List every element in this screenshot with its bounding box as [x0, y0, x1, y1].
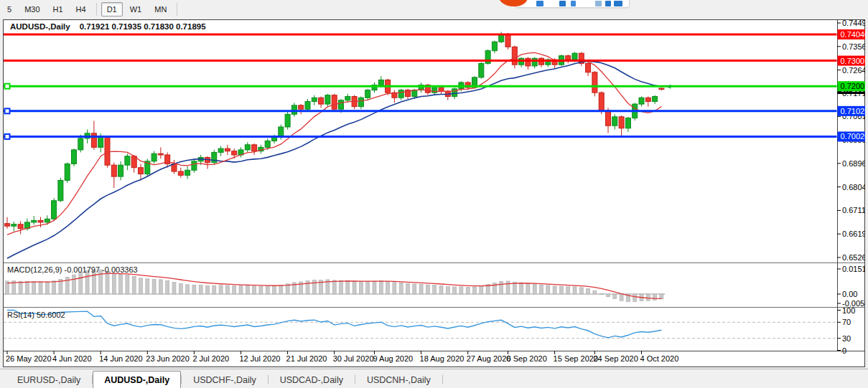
candle-body	[339, 100, 344, 109]
macd-histogram-bar	[353, 281, 356, 294]
candle-body	[52, 201, 57, 219]
macd-histogram-bar	[253, 286, 256, 294]
candle-body	[5, 224, 10, 227]
chart-tab-audusd[interactable]: AUDUSD-,Daily	[93, 371, 181, 388]
candle-body	[18, 224, 23, 229]
support-resistance-lines	[4, 34, 837, 139]
axis-tick-label: 0.68965	[842, 159, 865, 168]
macd-histogram-bar	[653, 294, 657, 300]
ohlc-info: AUDUSD-,Daily 0.71921 0.71935 0.71830 0.…	[10, 22, 206, 31]
date-label: 2 Jul 2020	[192, 354, 229, 363]
broker-logo-glyph	[559, 1, 566, 6]
macd-histogram-bar	[266, 286, 269, 294]
timeframe-button-d1[interactable]: D1	[101, 2, 123, 16]
timeframe-button-w1[interactable]: W1	[124, 2, 148, 16]
macd-histogram-bar	[126, 275, 129, 294]
candle-body	[245, 145, 250, 150]
timeframe-button-mn[interactable]: MN	[149, 2, 172, 16]
timeframe-button-h1[interactable]: H1	[47, 2, 69, 16]
axis-tick-label: 0.015142	[842, 265, 865, 273]
macd-histogram-bar	[573, 287, 577, 294]
macd-histogram-bar	[219, 285, 223, 294]
macd-histogram-bar	[139, 278, 143, 294]
line-anchor-marker[interactable]	[5, 84, 10, 89]
macd-histogram-bar	[579, 288, 583, 294]
candle-body	[185, 170, 190, 175]
macd-histogram-bar	[179, 283, 182, 294]
chart-tab-usdcnh[interactable]: USDCNH-,Daily	[355, 371, 442, 388]
chart-window[interactable]: AUDUSD-,Daily 0.71921 0.71935 0.71830 0.…	[3, 19, 865, 367]
candle-body	[98, 137, 103, 147]
candles	[5, 32, 664, 234]
candle-body	[332, 95, 337, 109]
candle-body	[505, 34, 510, 47]
macd-histogram-bar	[32, 281, 36, 294]
chart-tab-usdchf[interactable]: USDCHF-,Daily	[182, 371, 268, 388]
chart-tab-eurusd[interactable]: EURUSD-,Daily	[6, 371, 92, 388]
candle-body	[72, 150, 77, 164]
timeframe-button-5[interactable]: 5	[1, 2, 17, 16]
macd-histogram-bar	[85, 270, 89, 294]
broker-logo-glyph	[571, 1, 576, 6]
candle-body	[606, 110, 611, 126]
candle-body	[452, 89, 457, 97]
line-anchor-marker[interactable]	[5, 134, 10, 139]
date-label: 23 Jun 2020	[146, 354, 190, 363]
rsi-label: RSI(14) 50.6002	[7, 311, 65, 319]
candle-body	[645, 98, 650, 101]
macd-histogram-bar	[473, 287, 477, 294]
macd-histogram-bar	[373, 281, 376, 294]
price-badge-value: 0.74040	[841, 30, 866, 39]
timeframe-button-m30[interactable]: M30	[19, 2, 45, 16]
candle-body	[479, 63, 484, 77]
timeframe-button-h4[interactable]: H4	[70, 2, 92, 16]
macd-histogram-bar	[540, 285, 543, 294]
date-label: 6 Sep 2020	[507, 354, 547, 363]
axis-tick-label: 100	[842, 306, 855, 315]
macd-histogram-bar	[19, 281, 22, 294]
macd-histogram-bar	[152, 279, 156, 294]
date-label: 18 Aug 2020	[420, 354, 465, 363]
candle-body	[319, 98, 324, 104]
macd-histogram-bar	[433, 285, 437, 294]
candle-body	[653, 96, 658, 101]
candle-body	[218, 148, 223, 152]
macd-histogram-bar	[159, 280, 162, 294]
timeframe-toolbar: 5M30H1H4D1W1MN	[0, 0, 868, 19]
macd-histogram-bar	[199, 285, 202, 294]
macd-histogram-bar	[419, 284, 423, 294]
macd-histogram-bar	[453, 287, 457, 294]
macd-histogram-bar	[480, 286, 483, 294]
macd-label: MACD(12,26,9) -0.001797 -0.003363	[7, 265, 138, 274]
candle-body	[592, 72, 597, 93]
axis-tick-label: 0	[842, 346, 846, 355]
macd-histogram-bar	[413, 284, 416, 294]
date-axis: 26 May 20204 Jun 202014 Jun 202023 Jun 2…	[6, 351, 678, 364]
macd-histogram-bar	[459, 287, 463, 294]
axis-tick-label: 0.74490	[842, 19, 865, 27]
line-anchor-marker[interactable]	[5, 108, 10, 113]
rsi-pane	[4, 311, 837, 339]
macd-histogram-bar	[146, 279, 149, 294]
macd-histogram-bar	[446, 287, 449, 294]
chart-canvas[interactable]: 0.744900.735650.726400.717150.708150.698…	[3, 19, 865, 367]
candle-body	[312, 98, 317, 101]
candle-body	[325, 95, 330, 104]
broker-logo-glyph	[605, 1, 611, 6]
macd-histogram-bar	[25, 281, 29, 294]
macd-histogram-bar	[233, 285, 236, 294]
broker-logo-glyph	[536, 1, 543, 6]
broker-logo-glyph	[595, 1, 602, 6]
axis-tick-label: 0.66190	[842, 230, 865, 238]
macd-histogram-bar	[633, 294, 637, 302]
date-label: 9 Aug 2020	[373, 354, 414, 363]
broker-logo-glyph	[614, 1, 622, 6]
macd-histogram-bar	[379, 281, 383, 294]
date-label: 27 Aug 2020	[467, 354, 511, 363]
toolbar-divider	[96, 3, 97, 16]
candle-body	[619, 117, 624, 128]
axis-tick-label: 0.00	[842, 290, 857, 298]
date-label: 15 Sep 2020	[554, 354, 598, 363]
chart-tab-usdcad[interactable]: USDCAD-,Daily	[269, 371, 355, 388]
date-label: 21 Jul 2020	[286, 354, 327, 363]
